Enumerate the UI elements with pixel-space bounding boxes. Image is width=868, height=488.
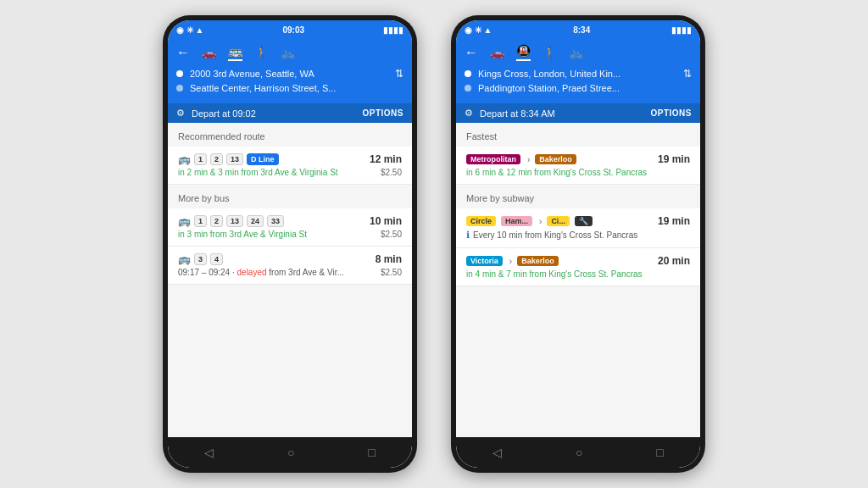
badge-2e: 33	[267, 215, 284, 227]
route-icons-2: 🚌 1 2 13 24 33	[178, 215, 284, 227]
walk-icon-london[interactable]: 🚶	[542, 46, 557, 59]
route-time-london-3: 20 min	[658, 255, 690, 267]
route-card-1[interactable]: 🚌 1 2 13 D Line 12 min in 2 min & 3 min …	[168, 147, 412, 185]
route-card-2[interactable]: 🚌 1 2 13 24 33 10 min in 3 min from 3rd …	[168, 208, 412, 247]
arrow-2: ›	[539, 217, 542, 226]
train-icon-london[interactable]: 🚇	[516, 44, 531, 61]
route-card-london-3[interactable]: Victoria › Bakerloo 20 min in 4 min & 7 …	[456, 248, 700, 286]
depart-text-seattle: Depart at 09:02	[192, 108, 355, 119]
bus-icon-3: 🚌	[178, 253, 191, 265]
filter-icon-seattle[interactable]: ⚙	[176, 108, 185, 119]
section-more-subway: More by subway	[456, 185, 700, 208]
back-button-london[interactable]: ←	[465, 45, 478, 60]
circle-badge: Circle	[466, 216, 496, 226]
header-london: ← 🚗 🚇 🚶 🚲 Kings Cross, London, United Ki…	[456, 39, 700, 103]
arrow-1: ›	[527, 155, 530, 164]
filter-icon-london[interactable]: ⚙	[465, 108, 473, 119]
nav-bar-seattle: ◁ ○ □	[168, 437, 412, 468]
battery-icon-london: ▮▮▮▮	[671, 25, 692, 35]
bus-nav-icon[interactable]: 🚌	[228, 44, 242, 61]
square-nav-london[interactable]: □	[656, 446, 663, 459]
route-sub-2: in 3 min from 3rd Ave & Virginia St $2.5…	[178, 230, 402, 239]
route-top-3: 🚌 3 4 8 min	[178, 253, 402, 265]
bakerloo-badge-1: Bakerloo	[535, 154, 576, 164]
route-card-london-2[interactable]: Circle Ham... › Ci... 🔧 19 min ℹ Every 1…	[456, 208, 700, 248]
section-fastest: Fastest	[456, 123, 700, 147]
section-recommended: Recommended route	[168, 123, 412, 147]
to-row-london: Paddington Station, Praed Stree...	[465, 83, 692, 93]
from-address-seattle: 2000 3rd Avenue, Seattle, WA	[190, 69, 388, 79]
from-row-seattle: 2000 3rd Avenue, Seattle, WA ⇅	[176, 68, 403, 80]
back-nav-london[interactable]: ◁	[492, 446, 502, 459]
phone-seattle: ◉ ✳ ▲ 09:03 ▮▮▮▮ ← 🚗 🚌 🚶 🚲	[163, 15, 417, 473]
route-sub-3: 09:17 – 09:24 · delayed from 3rd Ave & V…	[178, 268, 402, 277]
badge-13: 13	[226, 153, 243, 165]
time-london: 8:34	[573, 25, 590, 35]
square-nav-seattle[interactable]: □	[368, 446, 375, 459]
route-icons-3: 🚌 3 4	[178, 253, 223, 265]
time-seattle: 09:03	[282, 25, 304, 35]
car-icon[interactable]: 🚗	[202, 46, 216, 59]
content-london: Fastest Metropolitan › Bakerloo 19 min i…	[456, 123, 700, 437]
phones-container: ◉ ✳ ▲ 09:03 ▮▮▮▮ ← 🚗 🚌 🚶 🚲	[0, 0, 868, 488]
info-icon: ℹ	[466, 230, 470, 241]
route-delay-detail: 09:17 – 09:24 · delayed from 3rd Ave & V…	[178, 268, 344, 277]
depart-bar-seattle: ⚙ Depart at 09:02 OPTIONS	[168, 103, 412, 123]
section-more-bus: More by bus	[168, 185, 412, 208]
battery-icon: ▮▮▮▮	[383, 25, 403, 35]
route-top-1: 🚌 1 2 13 D Line 12 min	[178, 153, 402, 165]
swap-icon-london[interactable]: ⇅	[683, 68, 692, 80]
route-time-3: 8 min	[376, 253, 402, 265]
delay-time: 09:17 – 09:24	[178, 268, 230, 277]
route-card-london-1[interactable]: Metropolitan › Bakerloo 19 min in 6 min …	[456, 147, 700, 185]
locations-london: Kings Cross, London, United Kin... ⇅ Pad…	[465, 68, 692, 93]
from-address-london: Kings Cross, London, United Kin...	[478, 69, 676, 79]
bike-icon-london[interactable]: 🚲	[569, 46, 583, 59]
route-time-london-2: 19 min	[658, 215, 690, 227]
home-nav-seattle[interactable]: ○	[287, 446, 294, 459]
route-time-2: 10 min	[370, 215, 402, 227]
route-price-3: $2.50	[381, 268, 402, 277]
route-sub-1: in 2 min & 3 min from 3rd Ave & Virginia…	[178, 168, 402, 177]
route-card-3[interactable]: 🚌 3 4 8 min 09:17 – 09:24 · delayed from…	[168, 247, 412, 285]
tube-icons-3: Victoria › Bakerloo	[466, 256, 560, 266]
route-sub-london-1: in 6 min & 12 min from King's Cross St. …	[466, 168, 690, 177]
from-dot-london	[465, 70, 471, 77]
bakerloo-badge-2: Bakerloo	[517, 256, 559, 266]
phone-london: ◉ ✳ ▲ 8:34 ▮▮▮▮ ← 🚗 🚇 🚶 🚲	[451, 15, 705, 473]
status-bar-seattle: ◉ ✳ ▲ 09:03 ▮▮▮▮	[168, 20, 412, 39]
badge-1: 1	[194, 153, 207, 165]
badge-3b: 4	[210, 253, 223, 265]
route-sub-london-2: ℹ Every 10 min from King's Cross St. Pan…	[466, 230, 690, 241]
to-address-london: Paddington Station, Praed Stree...	[478, 83, 692, 93]
options-button-london[interactable]: OPTIONS	[650, 108, 692, 118]
car-icon-london[interactable]: 🚗	[490, 46, 504, 59]
back-nav-seattle[interactable]: ◁	[204, 446, 214, 459]
to-row-seattle: Seattle Center, Harrison Street, S...	[176, 83, 403, 93]
route-price-1: $2.50	[381, 168, 402, 177]
route-time-1: 12 min	[370, 153, 402, 165]
badge-2b: 2	[210, 215, 223, 227]
status-bar-london: ◉ ✳ ▲ 8:34 ▮▮▮▮	[456, 20, 700, 39]
section-label-subway: More by subway	[456, 186, 700, 207]
status-right-london: ▮▮▮▮	[671, 25, 692, 35]
section-label-bus: More by bus	[168, 186, 412, 207]
back-button[interactable]: ←	[176, 45, 190, 60]
walk-icon[interactable]: 🚶	[254, 46, 269, 59]
tube-icons-2: Circle Ham... › Ci... 🔧	[466, 216, 594, 226]
route-top-london-2: Circle Ham... › Ci... 🔧 19 min	[466, 215, 690, 227]
section-label-recommended: Recommended route	[168, 125, 412, 145]
depart-text-london: Depart at 8:34 AM	[480, 108, 643, 119]
signal-icon: ◉ ✳ ▲	[176, 25, 203, 35]
nav-icons-london: ← 🚗 🚇 🚶 🚲	[465, 44, 692, 61]
status-left: ◉ ✳ ▲	[176, 25, 203, 35]
options-button-seattle[interactable]: OPTIONS	[362, 108, 403, 118]
swap-icon-seattle[interactable]: ⇅	[395, 68, 403, 80]
header-seattle: ← 🚗 🚌 🚶 🚲 2000 3rd Avenue, Seattle, WA ⇅…	[168, 39, 412, 103]
home-nav-london[interactable]: ○	[576, 446, 582, 459]
tube-icons-1: Metropolitan › Bakerloo	[466, 154, 578, 164]
status-left-london: ◉ ✳ ▲	[465, 25, 492, 35]
delay-suffix: from 3rd Ave & Vir...	[269, 268, 344, 277]
route-detail-1: in 2 min & 3 min from 3rd Ave & Virginia…	[178, 168, 338, 177]
bike-icon[interactable]: 🚲	[281, 46, 295, 59]
